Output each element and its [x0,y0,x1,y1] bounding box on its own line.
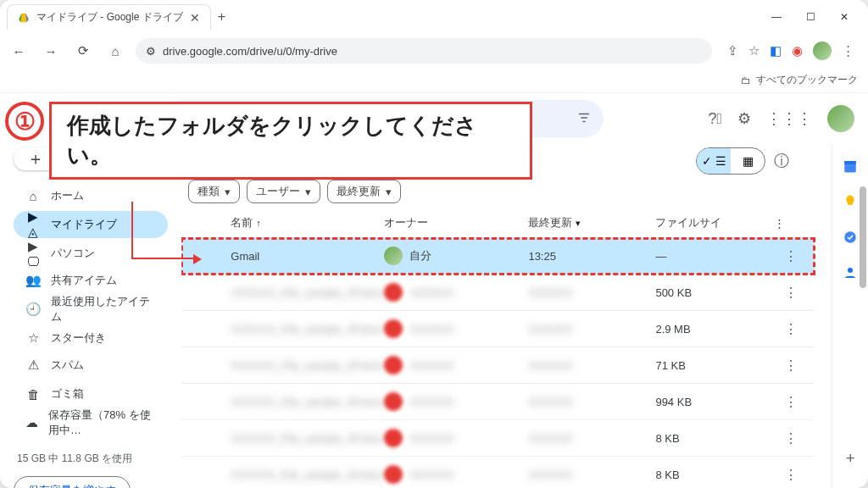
sidebar-item-recent[interactable]: 🕘最近使用したアイテム [14,296,168,323]
col-menu-icon[interactable]: ⋮ [774,217,808,230]
chip-modified-label: 最終更新 [337,184,381,199]
size-text: 2.9 MB [655,323,774,336]
url-field[interactable]: ⚙ drive.google.com/drive/u/0/my-drive [136,38,712,64]
upgrade-storage-button[interactable]: 保存容量を増やす [14,476,131,488]
table-row[interactable]: XXXXXX_File_sample_JP.docxXXXXXXXXXXXX8 … [181,420,815,457]
help-icon[interactable]: ?⃝ [708,110,722,128]
search-filters-icon[interactable] [576,110,592,128]
row-menu-icon[interactable]: ⋮ [774,248,808,264]
titlebar: マイドライブ - Google ドライブ ✕ + — ☐ ✕ [0,0,868,34]
sidebar-item-trash[interactable]: 🗑ゴミ箱 [14,380,168,408]
extension-1-icon[interactable]: ◧ [770,43,782,58]
calendar-icon[interactable] [842,158,859,175]
close-tab-icon[interactable]: ✕ [190,11,200,25]
tasks-icon[interactable] [842,229,859,246]
settings-gear-icon[interactable]: ⚙ [737,109,751,128]
info-icon[interactable]: ⓘ [774,151,789,171]
table-row[interactable]: XXXXXX_File_sample_JP.docxXXXXXXXXXXXX2.… [181,311,815,347]
size-text: 8 KB [655,469,774,481]
star-bookmark-icon[interactable]: ☆ [748,43,760,58]
sidebar-label-mydrive: マイドライブ [51,217,117,232]
row-menu-icon[interactable]: ⋮ [774,358,808,374]
close-window-button[interactable]: ✕ [827,4,861,30]
browser-tab[interactable]: マイドライブ - Google ドライブ ✕ [7,4,211,30]
table-row[interactable]: XXXXXX_File_sample_JP.docxXXXXXXXXXXXX71… [181,347,815,384]
modified-text: XXXXXX [528,323,655,336]
new-tab-button[interactable]: + [218,9,225,25]
file-name: XXXXXX_File_sample_JP.docx [231,286,384,299]
minimize-button[interactable]: — [760,4,793,30]
scrollbar[interactable] [860,186,866,288]
sidebar-label-shared: 共有アイテム [51,273,117,288]
owner-text: XXXXXX [409,396,453,408]
bookmarks-all-link[interactable]: すべてのブックマーク [756,73,858,87]
maximize-button[interactable]: ☐ [793,4,827,30]
owner-avatar-icon [384,465,403,484]
chip-modified[interactable]: 最終更新▾ [327,180,401,203]
col-name[interactable]: 名前↑ [231,215,384,230]
contacts-icon[interactable] [842,264,859,281]
col-owner[interactable]: オーナー [384,215,528,230]
file-name: XXXXXX_File_sample_JP.docx [231,469,384,481]
table-row-folder-gmail[interactable]: Gmail 自分 13:25 — ⋮ [181,238,815,274]
table-row[interactable]: XXXXXX_File_sample_JP.docxXXXXXXXXXXXX99… [181,384,815,420]
spam-icon: ⚠ [25,358,41,373]
drive-icon: ▶ ◬ [25,209,41,240]
owner-text: XXXXXX [409,469,453,481]
owner-avatar-icon [384,392,403,411]
grid-view-button[interactable]: ▦ [731,148,765,174]
row-menu-icon[interactable]: ⋮ [774,285,808,301]
size-text: 994 KB [655,396,774,408]
trash-icon: 🗑 [25,387,41,402]
apps-grid-icon[interactable]: ⋮⋮⋮ [766,109,812,128]
extension-2-icon[interactable]: ◉ [792,43,803,58]
site-settings-icon[interactable]: ⚙ [146,45,156,58]
sort-arrow-down-icon: ▾ [576,218,581,229]
row-menu-icon[interactable]: ⋮ [774,467,808,483]
sidebar-item-spam[interactable]: ⚠スパム [14,352,168,379]
owner-avatar-icon [384,319,403,338]
table-row[interactable]: XXXXXX_File_sample_JP.docxXXXXXXXXXXXX8 … [181,457,815,488]
profile-avatar-icon[interactable] [813,42,832,60]
row-menu-icon[interactable]: ⋮ [774,394,808,410]
forward-button[interactable]: → [39,39,63,63]
modified-text: XXXXXX [528,469,655,481]
sidebar-item-shared[interactable]: 👥共有アイテム [14,267,168,294]
sidebar-label-computers: パソコン [51,246,95,261]
table-row[interactable]: XXXXXX_File_sample_JP.docxXXXXXXXXXXXX50… [181,274,815,311]
col-size[interactable]: ファイルサイ [655,215,774,230]
file-name: XXXXXX_File_sample_JP.docx [231,396,384,408]
owner-text: 自分 [409,248,431,263]
sidebar-item-starred[interactable]: ☆スター付き [14,324,168,352]
shared-icon: 👥 [25,273,41,288]
modified-text: XXXXXX [528,286,655,299]
callout-number-badge: ① [5,102,44,141]
sidebar-label-storage: 保存容量（78% を使用中… [48,408,156,438]
row-menu-icon[interactable]: ⋮ [774,430,808,446]
home-button[interactable]: ⌂ [103,39,127,63]
file-name: XXXXXX_File_sample_JP.docx [231,359,384,372]
chip-type[interactable]: 種類▾ [188,180,240,203]
chip-user[interactable]: ユーザー▾ [247,180,320,203]
size-text: 71 KB [655,359,774,372]
col-modified[interactable]: 最終更新 ▾ [528,215,655,230]
size-text: 8 KB [655,432,774,445]
share-icon[interactable]: ⇪ [727,43,738,58]
kebab-menu-icon[interactable]: ⋮ [842,43,854,58]
list-view-button[interactable]: ✓ ☰ [697,148,731,174]
back-button[interactable]: ← [7,39,31,63]
account-avatar[interactable] [827,105,854,132]
svg-rect-7 [844,161,856,164]
sidebar-item-storage[interactable]: ☁保存容量（78% を使用中… [14,409,168,436]
main-content: マイドライブ ▾ ✓ ☰ ▦ ⓘ 種類▾ ユーザー▾ 最終更新▾ [175,144,832,488]
window-controls: — ☐ ✕ [760,4,861,30]
file-table: 名前↑ オーナー 最終更新 ▾ ファイルサイ ⋮ Gmail 自分 13:25 … [181,208,832,488]
file-name: Gmail [231,250,384,263]
keep-icon[interactable] [842,193,859,210]
filter-chips: 種類▾ ユーザー▾ 最終更新▾ [181,178,832,208]
row-menu-icon[interactable]: ⋮ [774,321,808,337]
reload-button[interactable]: ⟳ [71,39,95,63]
addons-plus-icon[interactable]: + [846,450,855,468]
chevron-down-icon: ▾ [305,186,311,198]
modified-text: XXXXXX [528,359,655,372]
